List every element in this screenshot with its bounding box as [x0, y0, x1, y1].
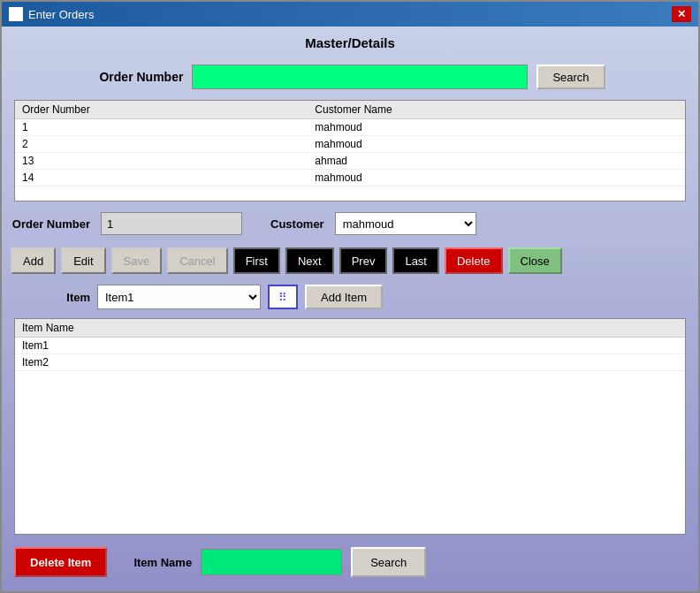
item-name-input[interactable] — [201, 549, 342, 575]
item-select[interactable]: Item1Item2 — [97, 285, 261, 309]
cell-empty — [635, 153, 685, 170]
order-number-search-row: Order Number Search — [11, 61, 689, 93]
delete-button[interactable]: Delete — [445, 247, 503, 274]
items-table-header: Item Name — [15, 319, 685, 338]
bottom-row: Delete Item Item Name Search — [11, 542, 689, 582]
table-row[interactable]: 2 mahmoud — [15, 136, 685, 153]
col-order-number: Order Number — [15, 101, 308, 119]
main-window: 🗒 Enter Orders ✕ Master/Details Order Nu… — [0, 0, 700, 593]
form-order-number-input[interactable] — [101, 212, 242, 235]
customer-label: Customer — [270, 217, 324, 231]
window-title: Enter Orders — [28, 8, 94, 21]
search-top-button[interactable]: Search — [536, 65, 605, 89]
edit-button[interactable]: Edit — [61, 247, 105, 274]
save-button[interactable]: Save — [111, 247, 163, 274]
item-row: Item Item1Item2 ⠿ Add Item — [11, 283, 689, 311]
form-order-number-label: Order Number — [11, 217, 90, 231]
cell-order-number: 2 — [15, 136, 308, 153]
nav-buttons-row: Add Edit Save Cancel First Next Prev Las… — [11, 246, 689, 276]
table-row[interactable]: 14 mahmoud — [15, 170, 685, 186]
table-row[interactable]: 1 mahmoud — [15, 119, 685, 136]
order-number-top-label: Order Number — [95, 70, 183, 84]
cell-empty — [635, 119, 685, 136]
add-button[interactable]: Add — [11, 247, 56, 274]
dots-button[interactable]: ⠿ — [268, 285, 298, 309]
cell-order-number: 13 — [15, 153, 308, 170]
cell-customer-name: ahmad — [308, 153, 634, 170]
items-table: Item Name Item1Item2 — [15, 319, 685, 371]
dots-icon: ⠿ — [278, 291, 287, 304]
cell-item-name: Item1 — [15, 338, 685, 354]
list-item[interactable]: Item2 — [15, 354, 685, 371]
items-table-body: Item1Item2 — [15, 338, 685, 371]
cell-order-number: 1 — [15, 119, 308, 136]
delete-item-button[interactable]: Delete Item — [14, 547, 107, 577]
cell-item-name: Item2 — [15, 354, 685, 371]
search-bottom-button[interactable]: Search — [351, 547, 426, 577]
orders-table-container: Order Number Customer Name 1 mahmoud 2 m… — [14, 100, 686, 201]
close-window-button[interactable]: ✕ — [672, 6, 691, 22]
table-row[interactable]: 13 ahmad — [15, 153, 685, 170]
cell-order-number: 14 — [15, 170, 308, 186]
orders-table-body: 1 mahmoud 2 mahmoud 13 ahmad 14 mahmoud — [15, 119, 685, 186]
window-icon: 🗒 — [9, 7, 23, 21]
cell-empty — [635, 170, 685, 186]
cell-customer-name: mahmoud — [308, 170, 634, 186]
customer-select[interactable]: mahmoudahmad — [335, 212, 476, 235]
item-name-bottom-label: Item Name — [133, 556, 192, 569]
order-number-search-input[interactable] — [192, 65, 528, 89]
cell-customer-name: mahmoud — [308, 136, 634, 153]
items-table-container: Item Name Item1Item2 — [14, 318, 686, 535]
orders-table-header: Order Number Customer Name — [15, 101, 685, 119]
cancel-button[interactable]: Cancel — [167, 247, 227, 274]
list-item[interactable]: Item1 — [15, 338, 685, 354]
form-row: Order Number Customer mahmoudahmad — [11, 209, 689, 239]
col-item-name: Item Name — [15, 319, 685, 338]
first-button[interactable]: First — [233, 247, 280, 274]
main-content: Master/Details Order Number Search Order… — [2, 27, 698, 591]
cell-empty — [635, 136, 685, 153]
close-button[interactable]: Close — [508, 247, 562, 274]
item-label: Item — [11, 291, 90, 304]
add-item-button[interactable]: Add Item — [305, 285, 383, 309]
prev-button[interactable]: Prev — [339, 247, 388, 274]
cell-customer-name: mahmoud — [308, 119, 634, 136]
title-bar-left: 🗒 Enter Orders — [9, 7, 94, 21]
col-customer-name: Customer Name — [308, 101, 634, 119]
next-button[interactable]: Next — [285, 247, 334, 274]
orders-table: Order Number Customer Name 1 mahmoud 2 m… — [15, 101, 685, 186]
title-bar: 🗒 Enter Orders ✕ — [2, 2, 698, 27]
section-title: Master/Details — [11, 35, 689, 50]
col-spacer — [635, 101, 685, 119]
last-button[interactable]: Last — [392, 247, 439, 274]
